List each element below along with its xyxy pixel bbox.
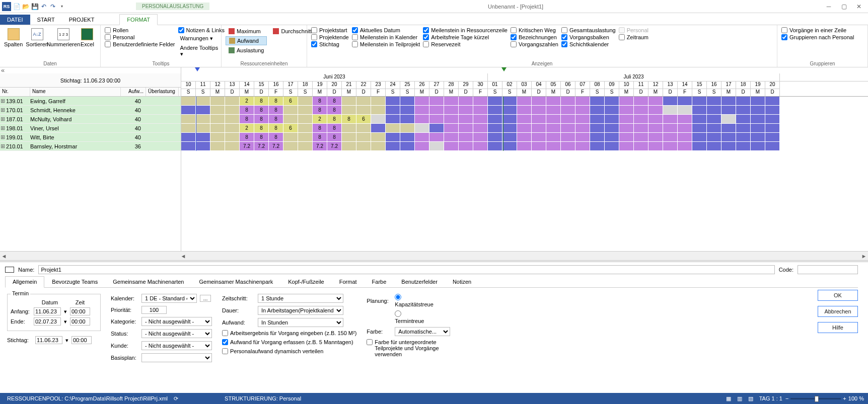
- workload-cell[interactable]: [736, 97, 751, 106]
- workload-cell[interactable]: [663, 106, 678, 115]
- workload-cell[interactable]: 8: [313, 133, 327, 142]
- workload-cell[interactable]: [663, 133, 678, 142]
- workload-cell[interactable]: [663, 142, 678, 151]
- workload-cell[interactable]: 6: [283, 97, 298, 106]
- workload-cell[interactable]: [386, 97, 400, 106]
- chk-schichtkalender[interactable]: Schichtkalender: [561, 41, 616, 47]
- resource-row[interactable]: ⊞170.01Schmidt, Henneke40: [0, 106, 181, 115]
- workload-cell[interactable]: [429, 142, 444, 151]
- workload-cell[interactable]: [502, 133, 517, 142]
- chk-bezeichnungen[interactable]: Bezeichnungen: [511, 34, 558, 40]
- workload-cell[interactable]: [692, 142, 707, 151]
- workload-cell[interactable]: [502, 115, 517, 124]
- workload-cell[interactable]: [707, 142, 721, 151]
- workload-cell[interactable]: [590, 142, 605, 151]
- workload-cell[interactable]: [634, 142, 648, 151]
- workload-cell[interactable]: [371, 133, 386, 142]
- workload-cell[interactable]: [678, 115, 692, 124]
- workload-cell[interactable]: 8: [240, 133, 254, 142]
- workload-cell[interactable]: [473, 124, 488, 133]
- chk-projektende[interactable]: Projektende: [311, 34, 349, 40]
- workload-cell[interactable]: [371, 124, 386, 133]
- workload-cell[interactable]: [415, 124, 429, 133]
- workload-cell[interactable]: [473, 97, 488, 106]
- workload-cell[interactable]: [707, 124, 721, 133]
- workload-cell[interactable]: 2: [313, 115, 327, 124]
- workload-cell[interactable]: [751, 115, 765, 124]
- workload-cell[interactable]: [575, 133, 590, 142]
- chk-arbeitsfreie[interactable]: Arbeitsfreie Tage kürzel: [423, 34, 508, 40]
- workload-cell[interactable]: 8: [269, 106, 283, 115]
- workload-cell[interactable]: [400, 97, 415, 106]
- redo-icon[interactable]: ↷: [49, 3, 56, 10]
- workload-cell[interactable]: [356, 142, 371, 151]
- chk-rollen[interactable]: Rollen: [105, 27, 175, 33]
- workload-cell[interactable]: [721, 115, 736, 124]
- workload-cell[interactable]: [765, 115, 780, 124]
- chk-reservezeit[interactable]: Reservezeit: [423, 41, 508, 47]
- workload-cell[interactable]: [488, 115, 502, 124]
- workload-cell[interactable]: 8: [240, 115, 254, 124]
- workload-cell[interactable]: [283, 106, 298, 115]
- excel-button[interactable]: Excel: [79, 26, 96, 47]
- workload-cell[interactable]: [648, 97, 663, 106]
- workload-cell[interactable]: [605, 97, 619, 106]
- workload-cell[interactable]: [502, 142, 517, 151]
- workload-cell[interactable]: [342, 142, 356, 151]
- chk-projektstart[interactable]: Projektstart: [311, 27, 349, 33]
- workload-cell[interactable]: [751, 142, 765, 151]
- workload-cell[interactable]: [590, 115, 605, 124]
- workload-cell[interactable]: [532, 115, 546, 124]
- expand-icon[interactable]: ⊞: [0, 107, 5, 113]
- workload-cell[interactable]: [210, 97, 225, 106]
- chk-notizen[interactable]: Notizen & Links: [178, 27, 225, 33]
- workload-cell[interactable]: [196, 124, 210, 133]
- workload-cell[interactable]: [590, 97, 605, 106]
- workload-cell[interactable]: [488, 106, 502, 115]
- workload-cell[interactable]: 8: [313, 106, 327, 115]
- workload-cell[interactable]: [692, 106, 707, 115]
- prop-tab[interactable]: Notizen: [445, 276, 479, 287]
- workload-cell[interactable]: [707, 106, 721, 115]
- workload-cell[interactable]: [459, 124, 473, 133]
- workload-cell[interactable]: [546, 133, 561, 142]
- workload-cell[interactable]: [386, 133, 400, 142]
- start-marker-icon[interactable]: [195, 67, 200, 71]
- workload-cell[interactable]: [356, 97, 371, 106]
- qat-dropdown-icon[interactable]: ▾: [58, 3, 65, 10]
- workload-cell[interactable]: [575, 115, 590, 124]
- workload-cell[interactable]: [488, 124, 502, 133]
- workload-cell[interactable]: [546, 106, 561, 115]
- chk-meil-ressourcenzeile[interactable]: Meilenstein in Ressourcenzeile: [423, 27, 508, 33]
- chk-stichtag[interactable]: Stichtag: [311, 41, 349, 47]
- workload-cell[interactable]: [415, 142, 429, 151]
- workload-cell[interactable]: [181, 115, 196, 124]
- workload-cell[interactable]: [283, 133, 298, 142]
- chk-zeitraum[interactable]: Zeitraum: [619, 34, 648, 40]
- tab-datei[interactable]: DATEI: [0, 15, 30, 25]
- workload-cell[interactable]: [736, 115, 751, 124]
- chk-benutzerdef[interactable]: Benutzerdefinierte Felder: [105, 41, 175, 47]
- workload-cell[interactable]: [298, 133, 313, 142]
- workload-cell[interactable]: [196, 97, 210, 106]
- workload-cell[interactable]: [356, 106, 371, 115]
- workload-cell[interactable]: [765, 142, 780, 151]
- workload-cell[interactable]: [502, 124, 517, 133]
- workload-cell[interactable]: [473, 115, 488, 124]
- stichtag-date-input[interactable]: [35, 336, 62, 344]
- chk-aktuelles-datum[interactable]: Aktuelles Datum: [352, 27, 420, 33]
- workload-cell[interactable]: [400, 124, 415, 133]
- workload-cell[interactable]: 8: [313, 97, 327, 106]
- workload-cell[interactable]: [590, 106, 605, 115]
- expand-icon[interactable]: ⊞: [0, 134, 5, 140]
- workload-cell[interactable]: 8: [269, 133, 283, 142]
- workload-cell[interactable]: [561, 124, 575, 133]
- workload-cell[interactable]: [751, 106, 765, 115]
- workload-cell[interactable]: [707, 115, 721, 124]
- chk-kritischer-weg[interactable]: Kritischen Weg: [511, 27, 558, 33]
- workload-cell[interactable]: [473, 106, 488, 115]
- workload-cell[interactable]: [517, 115, 532, 124]
- workload-cell[interactable]: [459, 97, 473, 106]
- resource-row[interactable]: ⊞199.01Witt, Birte40: [0, 133, 181, 142]
- workload-cell[interactable]: [721, 124, 736, 133]
